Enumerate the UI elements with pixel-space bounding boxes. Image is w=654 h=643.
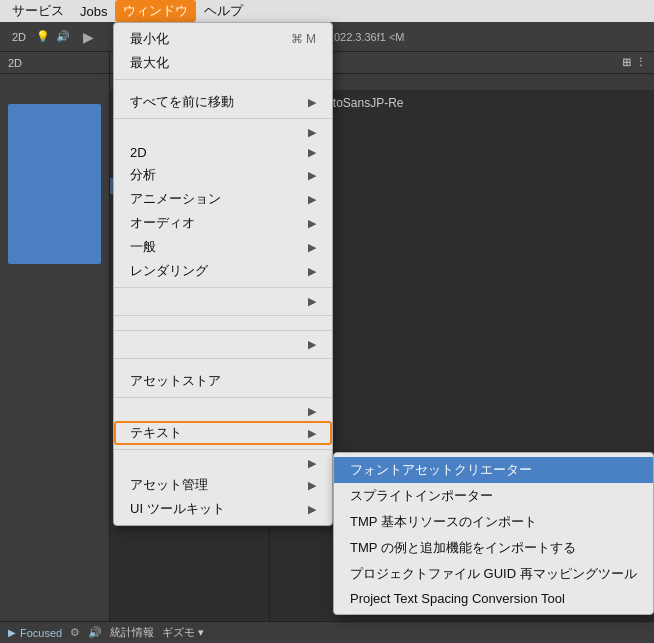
gizmo-btn[interactable]: ギズモ ▾: [162, 625, 204, 640]
asset-mgmt-arrow: ▶: [308, 457, 316, 470]
toolbar-icon-audio: 🔊: [56, 30, 70, 43]
scene-2d-btn[interactable]: 2D: [4, 56, 26, 70]
scene-toolbar: 2D: [0, 52, 109, 74]
separator-1: [114, 79, 332, 80]
layout-arrow: ▶: [308, 295, 316, 308]
animation-arrow: ▶: [308, 169, 316, 182]
menu-analysis[interactable]: 2D ▶: [114, 142, 332, 163]
menu-general[interactable]: オーディオ ▶: [114, 211, 332, 235]
separator-4: [114, 315, 332, 316]
project-panel-icon-1[interactable]: ⊞: [622, 56, 631, 69]
general-arrow: ▶: [308, 217, 316, 230]
menu-rendering[interactable]: 一般 ▶: [114, 235, 332, 259]
mode-2d[interactable]: 2D: [8, 30, 30, 44]
menu-search[interactable]: ▶: [114, 335, 332, 354]
menu-panel[interactable]: すべてを前に移動 ▶: [114, 90, 332, 114]
submenu-import-resources[interactable]: TMP 基本リソースのインポート: [334, 509, 653, 535]
2d-arrow: ▶: [308, 126, 316, 139]
menu-unity-version-control[interactable]: [114, 320, 332, 326]
separator-5: [114, 330, 332, 331]
menu-minimize[interactable]: 最小化 ⌘ M: [114, 27, 332, 51]
menu-package-manager[interactable]: アセットストア: [114, 369, 332, 393]
menu-item-help[interactable]: ヘルプ: [196, 0, 251, 22]
separator-6: [114, 358, 332, 359]
menu-item-jobs[interactable]: Jobs: [72, 2, 115, 21]
submenu-text-spacing[interactable]: Project Text Spacing Conversion Tool: [334, 587, 653, 610]
focused-label: Focused: [20, 627, 62, 639]
window-menu[interactable]: 最小化 ⌘ M 最大化 すべてを前に移動 ▶ ▶ 2D ▶ 分析 ▶ アニメーシ…: [113, 22, 333, 526]
textmeshpro-arrow: ▶: [308, 427, 316, 440]
menu-maximize[interactable]: 最大化: [114, 51, 332, 75]
focused-area: ▶ Focused: [8, 627, 62, 639]
submenu-sprite-importer[interactable]: スプライトインポーター: [334, 483, 653, 509]
audio-arrow: ▶: [308, 193, 316, 206]
search-arrow: ▶: [308, 338, 316, 351]
status-bar: ▶ Focused ⚙ 🔊 統計情報 ギズモ ▾: [0, 621, 654, 643]
menu-item-window[interactable]: ウィンドウ: [115, 0, 196, 22]
menu-visual-scripting[interactable]: UI ツールキット ▶: [114, 497, 332, 521]
submenu-guid-remapping[interactable]: プロジェクトファイル GUID 再マッピングツール: [334, 561, 653, 587]
left-panel: 2D: [0, 52, 110, 643]
ui-toolkit-arrow: ▶: [308, 479, 316, 492]
menu-textmeshpro[interactable]: テキスト ▶: [114, 421, 332, 445]
submenu-import-examples[interactable]: TMP の例と追加機能をインポートする: [334, 535, 653, 561]
gear-icon[interactable]: ⚙: [70, 626, 80, 639]
minimize-shortcut: ⌘ M: [291, 32, 316, 46]
menu-bar: サービス Jobs ウィンドウ ヘルプ: [0, 0, 654, 22]
panel-arrow: ▶: [308, 96, 316, 109]
menu-layout[interactable]: ▶: [114, 292, 332, 311]
menu-item-service[interactable]: サービス: [4, 0, 72, 22]
separator-2: [114, 118, 332, 119]
menu-text[interactable]: ▶: [114, 402, 332, 421]
audio-icon[interactable]: 🔊: [88, 626, 102, 639]
game-mode-icon: ▶: [8, 627, 16, 638]
textmeshpro-submenu[interactable]: フォントアセットクリエーター スプライトインポーター TMP 基本リソースのイン…: [333, 452, 654, 615]
text-arrow: ▶: [308, 405, 316, 418]
project-panel-icon-2[interactable]: ⋮: [635, 56, 646, 69]
separator-8: [114, 449, 332, 450]
visual-scripting-arrow: ▶: [308, 503, 316, 516]
separator-7: [114, 397, 332, 398]
submenu-font-asset-creator[interactable]: フォントアセットクリエーター: [334, 457, 653, 483]
menu-2d[interactable]: ▶: [114, 123, 332, 142]
toolbar-icon-light: 💡: [36, 30, 50, 43]
textmeshpro-label: テキスト: [130, 424, 182, 442]
menu-audio[interactable]: アニメーション ▶: [114, 187, 332, 211]
separator-3: [114, 287, 332, 288]
menu-animation[interactable]: 分析 ▶: [114, 163, 332, 187]
menu-sequence[interactable]: レンダリング ▶: [114, 259, 332, 283]
menu-asset-management[interactable]: ▶: [114, 454, 332, 473]
rendering-arrow: ▶: [308, 241, 316, 254]
analysis-arrow: ▶: [308, 146, 316, 159]
stats-btn[interactable]: 統計情報: [110, 625, 154, 640]
scene-view-blue: [8, 104, 101, 264]
menu-ui-toolkit[interactable]: アセット管理 ▶: [114, 473, 332, 497]
sequence-arrow: ▶: [308, 265, 316, 278]
play-button[interactable]: ▶: [76, 27, 100, 47]
